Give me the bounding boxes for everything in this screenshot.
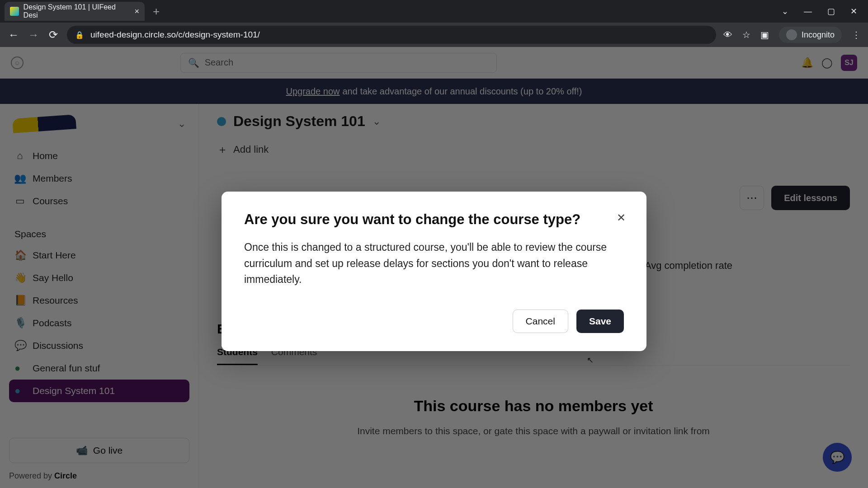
forward-button[interactable]: → (27, 28, 40, 41)
panel-icon[interactable]: ▣ (760, 29, 769, 40)
save-button[interactable]: Save (576, 310, 624, 333)
reload-button[interactable]: ⟳ (47, 28, 60, 41)
lock-icon: 🔒 (75, 31, 84, 39)
bookmark-icon[interactable]: ☆ (742, 29, 750, 40)
address-bar[interactable]: 🔒 uifeed-design.circle.so/c/design-syste… (67, 26, 716, 44)
browser-tab[interactable]: Design System 101 | UIFeed Desi × (5, 2, 145, 21)
favicon-icon (10, 7, 19, 16)
close-tab-icon[interactable]: × (134, 7, 139, 16)
browser-tab-strip: Design System 101 | UIFeed Desi × + ⌄ — … (0, 0, 868, 23)
incognito-badge[interactable]: Incognito (779, 27, 842, 43)
window-controls: ⌄ — ▢ ✕ (782, 0, 868, 23)
minimize-icon[interactable]: — (804, 7, 812, 16)
tab-search-icon[interactable]: ⌄ (782, 6, 788, 16)
cancel-button[interactable]: Cancel (513, 310, 568, 333)
extensions-icon[interactable]: 👁 (723, 30, 732, 40)
tab-title: Design System 101 | UIFeed Desi (24, 3, 130, 19)
url-text: uifeed-design.circle.so/c/design-system-… (90, 30, 260, 40)
close-window-icon[interactable]: ✕ (850, 6, 857, 16)
new-tab-button[interactable]: + (145, 5, 168, 19)
modal-body: Once this is changed to a structured cou… (244, 239, 624, 288)
browser-toolbar: ← → ⟳ 🔒 uifeed-design.circle.so/c/design… (0, 23, 868, 47)
modal-close-button[interactable]: ✕ (613, 210, 629, 226)
maximize-icon[interactable]: ▢ (827, 6, 835, 16)
back-button[interactable]: ← (7, 28, 20, 41)
kebab-menu-icon[interactable]: ⋮ (852, 29, 861, 40)
incognito-icon (786, 29, 797, 40)
confirm-modal: Are you sure you want to change the cour… (222, 192, 646, 351)
modal-title: Are you sure you want to change the cour… (244, 211, 624, 228)
